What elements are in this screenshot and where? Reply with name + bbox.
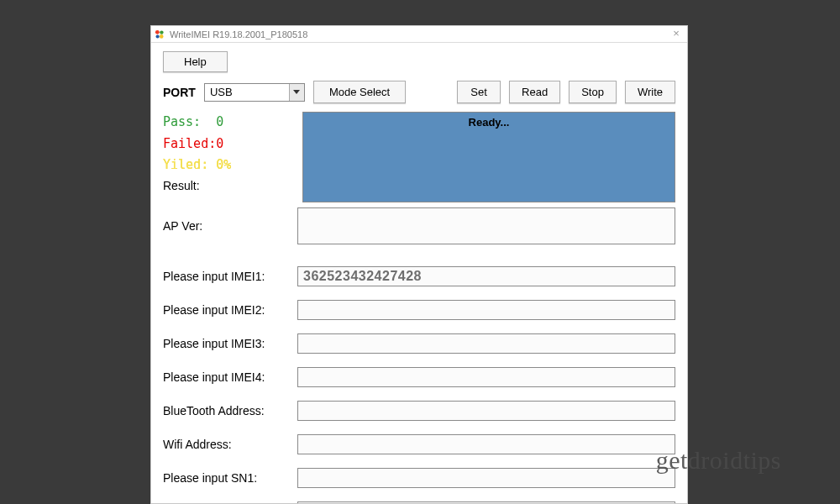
row-imei2: Please input IMEI2: <box>163 300 675 320</box>
row-bt: BlueTooth Address: <box>163 401 675 421</box>
row-sn2: Please input SN2: <box>163 501 675 503</box>
row-wifi: Wifi Address: <box>163 434 675 454</box>
svg-point-1 <box>160 30 163 34</box>
mode-select-button[interactable]: Mode Select <box>313 81 406 103</box>
bt-label: BlueTooth Address: <box>163 404 297 417</box>
sn2-field[interactable] <box>297 501 675 503</box>
failed-label: Failed: <box>163 136 216 151</box>
row-sn1: Please input SN1: <box>163 468 675 488</box>
row-imei1: Please input IMEI1: 362523432427428 <box>163 266 675 286</box>
chevron-down-icon[interactable] <box>289 84 304 101</box>
failed-value: 0 <box>216 136 223 151</box>
row-imei4: Please input IMEI4: <box>163 367 675 387</box>
imei3-label: Please input IMEI3: <box>163 337 297 350</box>
client-area: Help PORT USB Mode Select Set Read Stop … <box>151 43 687 503</box>
status-text: Ready... <box>469 116 510 202</box>
bt-field[interactable] <box>297 401 675 421</box>
imei4-field[interactable] <box>297 367 675 387</box>
wifi-label: Wifi Address: <box>163 438 297 451</box>
read-button[interactable]: Read <box>509 81 560 103</box>
apver-label: AP Ver: <box>163 219 297 233</box>
imei1-field[interactable]: 362523432427428 <box>297 266 675 286</box>
imei1-label: Please input IMEI1: <box>163 270 297 283</box>
sn1-label: Please input SN1: <box>163 471 297 485</box>
close-icon[interactable]: × <box>670 28 682 39</box>
write-button[interactable]: Write <box>625 81 675 103</box>
port-label: PORT <box>163 86 196 99</box>
form-table: AP Ver: Please input IMEI1: 362523432427… <box>163 207 675 503</box>
status-box: Ready... <box>302 112 675 202</box>
imei1-value: 362523432427428 <box>303 269 422 284</box>
pass-label: Pass: <box>163 114 201 129</box>
app-window: WriteIMEI R19.18.2001_P180518 × Help POR… <box>150 25 688 504</box>
svg-point-0 <box>155 29 160 34</box>
imei4-label: Please input IMEI4: <box>163 370 297 384</box>
row-apver: AP Ver: <box>163 207 675 244</box>
window-title: WriteIMEI R19.18.2001_P180518 <box>170 29 307 39</box>
titlebar: WriteIMEI R19.18.2001_P180518 × <box>151 26 687 43</box>
yield-value: 0% <box>216 157 231 172</box>
pass-value: 0 <box>216 114 223 129</box>
result-label: Result: <box>163 176 294 197</box>
svg-point-2 <box>156 34 160 38</box>
row-imei3: Please input IMEI3: <box>163 333 675 354</box>
help-button[interactable]: Help <box>163 51 228 72</box>
apver-field[interactable] <box>297 207 675 244</box>
stats-panel: Pass: 0 Failed:0 Yiled: 0% Result: <box>163 112 294 202</box>
yield-label: Yiled: <box>163 157 208 172</box>
wifi-field[interactable] <box>297 434 675 454</box>
port-dropdown-value: USB <box>205 84 289 101</box>
stop-button[interactable]: Stop <box>569 81 617 103</box>
imei2-field[interactable] <box>297 300 675 320</box>
imei2-label: Please input IMEI2: <box>163 303 297 317</box>
app-icon <box>155 29 165 39</box>
svg-point-3 <box>160 34 164 39</box>
set-button[interactable]: Set <box>457 81 501 103</box>
sn1-field[interactable] <box>297 468 675 488</box>
port-dropdown[interactable]: USB <box>204 83 305 102</box>
imei3-field[interactable] <box>297 333 675 354</box>
